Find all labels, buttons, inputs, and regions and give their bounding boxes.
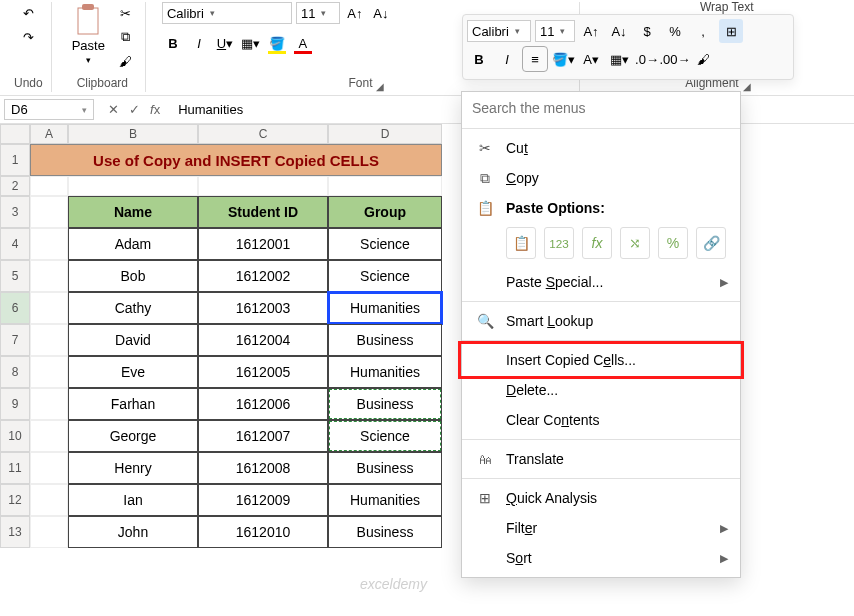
- ctx-paste-special[interactable]: Paste Special...▶: [462, 267, 740, 297]
- cell[interactable]: [30, 324, 68, 356]
- underline-button[interactable]: U▾: [214, 32, 236, 54]
- ctx-quick-analysis[interactable]: ⊞Quick Analysis: [462, 483, 740, 513]
- font-name-combo[interactable]: Calibri▾: [162, 2, 292, 24]
- increase-font-button[interactable]: A↑: [344, 2, 366, 24]
- cell[interactable]: [30, 516, 68, 548]
- row-header[interactable]: 13: [0, 516, 30, 548]
- menu-search-input[interactable]: [472, 100, 728, 116]
- mini-size-combo[interactable]: 11▾: [535, 20, 575, 42]
- cell[interactable]: 1612003: [198, 292, 328, 324]
- redo-button[interactable]: ↷: [17, 26, 39, 48]
- cell[interactable]: [30, 260, 68, 292]
- col-header[interactable]: B: [68, 124, 198, 144]
- cell[interactable]: [30, 420, 68, 452]
- italic-button[interactable]: I: [188, 32, 210, 54]
- ctx-delete[interactable]: Delete...: [462, 375, 740, 405]
- row-header[interactable]: 4: [0, 228, 30, 260]
- undo-button[interactable]: ↶: [17, 2, 39, 24]
- cell[interactable]: [30, 388, 68, 420]
- cell[interactable]: Business: [328, 516, 442, 548]
- mini-increase-font[interactable]: A↑: [579, 19, 603, 43]
- cell[interactable]: Cathy: [68, 292, 198, 324]
- mini-borders[interactable]: ▦▾: [607, 47, 631, 71]
- ctx-copy[interactable]: ⧉Copy: [462, 163, 740, 193]
- mini-align[interactable]: ≡: [523, 47, 547, 71]
- ctx-cut[interactable]: ✂Cut: [462, 133, 740, 163]
- cell[interactable]: [30, 176, 68, 196]
- mini-fill[interactable]: 🪣▾: [551, 47, 575, 71]
- fx-icon[interactable]: fx: [150, 102, 160, 117]
- cell[interactable]: Business: [328, 324, 442, 356]
- row-header[interactable]: 2: [0, 176, 30, 196]
- format-cells-button[interactable]: ⊞: [719, 19, 743, 43]
- accounting-format-button[interactable]: $: [635, 19, 659, 43]
- mini-font-combo[interactable]: Calibri▾: [467, 20, 531, 42]
- cell[interactable]: [198, 176, 328, 196]
- paste-all-button[interactable]: 📋: [506, 227, 536, 259]
- cell[interactable]: Business: [328, 452, 442, 484]
- cell[interactable]: 1612007: [198, 420, 328, 452]
- row-header[interactable]: 12: [0, 484, 30, 516]
- row-header[interactable]: 9: [0, 388, 30, 420]
- cell[interactable]: 1612005: [198, 356, 328, 388]
- col-header[interactable]: C: [198, 124, 328, 144]
- cell[interactable]: George: [68, 420, 198, 452]
- name-box[interactable]: D6▾: [4, 99, 94, 120]
- dialog-launcher-icon[interactable]: ◢: [743, 81, 751, 92]
- row-header[interactable]: 6: [0, 292, 30, 324]
- mini-decrease-font[interactable]: A↓: [607, 19, 631, 43]
- paste-formulas-button[interactable]: fx: [582, 227, 612, 259]
- paste-formatting-button[interactable]: %: [658, 227, 688, 259]
- ctx-clear-contents[interactable]: Clear Contents: [462, 405, 740, 435]
- row-header[interactable]: 11: [0, 452, 30, 484]
- bold-button[interactable]: B: [162, 32, 184, 54]
- borders-button[interactable]: ▦▾: [240, 32, 262, 54]
- mini-increase-decimal[interactable]: .00→: [663, 47, 687, 71]
- cell[interactable]: Humanities: [328, 356, 442, 388]
- cell[interactable]: Science: [328, 260, 442, 292]
- row-header[interactable]: 3: [0, 196, 30, 228]
- select-all-corner[interactable]: [0, 124, 30, 144]
- ctx-filter[interactable]: Filter▶: [462, 513, 740, 543]
- wrap-text-button[interactable]: Wrap Text: [700, 0, 754, 14]
- enter-formula-icon[interactable]: ✓: [129, 102, 140, 117]
- cell[interactable]: 1612009: [198, 484, 328, 516]
- ctx-insert-copied-cells[interactable]: Insert Copied Cells...: [462, 345, 740, 375]
- title-cell[interactable]: Use of Copy and INSERT Copied CELLS: [30, 144, 442, 176]
- cell[interactable]: [30, 292, 68, 324]
- paste-values-button[interactable]: 123: [544, 227, 574, 259]
- dialog-launcher-icon[interactable]: ◢: [376, 81, 384, 92]
- col-header[interactable]: A: [30, 124, 68, 144]
- cell[interactable]: 1612006: [198, 388, 328, 420]
- cell[interactable]: Science: [328, 420, 442, 452]
- cell[interactable]: Humanities: [328, 292, 442, 324]
- copy-button[interactable]: ⧉: [115, 26, 137, 48]
- ctx-translate[interactable]: 🗛Translate: [462, 444, 740, 474]
- table-header[interactable]: Group: [328, 196, 442, 228]
- cell[interactable]: 1612004: [198, 324, 328, 356]
- cell[interactable]: Bob: [68, 260, 198, 292]
- cell[interactable]: [30, 452, 68, 484]
- cell[interactable]: 1612010: [198, 516, 328, 548]
- row-header[interactable]: 8: [0, 356, 30, 388]
- cut-button[interactable]: ✂: [115, 2, 137, 24]
- cell[interactable]: John: [68, 516, 198, 548]
- mini-bold[interactable]: B: [467, 47, 491, 71]
- cell[interactable]: Humanities: [328, 484, 442, 516]
- mini-italic[interactable]: I: [495, 47, 519, 71]
- fill-color-button[interactable]: 🪣: [266, 32, 288, 54]
- ctx-smart-lookup[interactable]: 🔍Smart Lookup: [462, 306, 740, 336]
- cell[interactable]: 1612002: [198, 260, 328, 292]
- cancel-formula-icon[interactable]: ✕: [108, 102, 119, 117]
- mini-font-color[interactable]: A▾: [579, 47, 603, 71]
- font-size-combo[interactable]: 11▾: [296, 2, 340, 24]
- cell[interactable]: [68, 176, 198, 196]
- row-header[interactable]: 1: [0, 144, 30, 176]
- percent-format-button[interactable]: %: [663, 19, 687, 43]
- row-header[interactable]: 10: [0, 420, 30, 452]
- cell[interactable]: Farhan: [68, 388, 198, 420]
- cell[interactable]: 1612008: [198, 452, 328, 484]
- col-header[interactable]: D: [328, 124, 442, 144]
- cell[interactable]: Science: [328, 228, 442, 260]
- cell[interactable]: Eve: [68, 356, 198, 388]
